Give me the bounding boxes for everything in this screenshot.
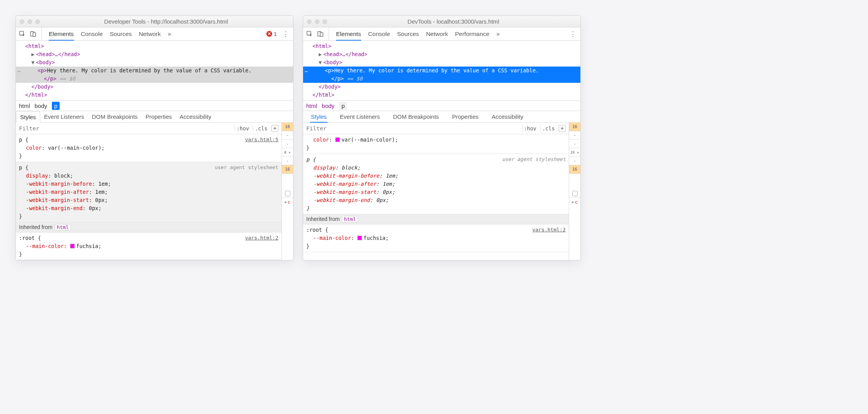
zoom-dot[interactable] [322, 19, 327, 24]
dom-html-open[interactable]: <html> [25, 43, 44, 49]
inspect-icon[interactable] [18, 30, 27, 38]
new-rule-button[interactable]: + [271, 125, 278, 132]
new-rule-button[interactable]: + [559, 125, 566, 132]
expand-icon[interactable]: ▶c [569, 198, 580, 206]
style-rule-root[interactable]: vars.html:2 :root { --main-color: fuchsi… [16, 233, 281, 260]
dom-head[interactable]: <head>…</head> [36, 51, 80, 57]
crumb-p[interactable]: p [339, 102, 347, 110]
color-swatch[interactable] [70, 244, 75, 248]
inherited-tag[interactable]: html [55, 224, 70, 231]
color-swatch[interactable] [335, 137, 340, 142]
tab-performance[interactable]: Performance [455, 27, 489, 40]
subtab-properties[interactable]: Properties [142, 111, 176, 122]
collapse-icon[interactable]: ▼ [319, 58, 323, 67]
dom-selected-row[interactable]: …<p>Hey there. My color is determined by… [303, 67, 580, 83]
expand-icon[interactable]: ▶ [319, 50, 323, 58]
crumb-body[interactable]: body [34, 103, 47, 109]
crumb-html[interactable]: html [19, 103, 30, 109]
style-rule-1[interactable]: vars.html:5 p { color: var(--main-color)… [16, 134, 281, 162]
close-dot[interactable] [20, 19, 24, 24]
tab-elements[interactable]: Elements [336, 27, 361, 40]
close-dot[interactable] [307, 19, 312, 24]
dom-tree[interactable]: <html> ▶<head>…</head> ▼<body> …<p>Hey t… [16, 41, 293, 100]
metric-cell: - [569, 157, 580, 165]
color-swatch[interactable] [357, 236, 362, 240]
inherited-tag[interactable]: html [342, 216, 358, 222]
more-tabs-icon[interactable]: » [168, 31, 171, 38]
subtab-listeners[interactable]: Event Listeners [40, 111, 88, 122]
styles-filter-input[interactable] [19, 125, 232, 132]
dom-head[interactable]: <head>…</head> [323, 51, 367, 57]
metric-cell: - [282, 140, 293, 148]
dom-selected-row[interactable]: …<p>Hey there. My color is determined by… [16, 67, 293, 83]
subtab-listeners[interactable]: Event Listeners [336, 111, 384, 122]
metric-checkbox[interactable] [569, 189, 580, 198]
metrics-sidebar: 16 - - 24 × - 16 ▶c [569, 123, 580, 260]
crumb-p[interactable]: p [52, 102, 60, 110]
main-toolbar: Elements Console Sources Network » ✕ 1 ⋮ [16, 27, 293, 41]
subtab-styles[interactable]: Styles [307, 111, 331, 122]
menu-icon[interactable]: ⋮ [568, 30, 578, 38]
subtab-a11y[interactable]: Accessibility [488, 111, 527, 122]
styles-filter-input[interactable] [306, 125, 520, 132]
dom-body-close[interactable]: </body> [31, 84, 53, 90]
main-toolbar: Elements Console Sources Network Perform… [303, 27, 580, 41]
crumb-body[interactable]: body [322, 103, 335, 109]
dom-body-open[interactable]: <body> [323, 59, 342, 65]
dom-body-open[interactable]: <body> [36, 59, 55, 65]
tab-sources[interactable]: Sources [110, 27, 132, 40]
inherited-header: Inherited from html [303, 214, 569, 224]
subtab-styles[interactable]: Styles [16, 111, 40, 123]
rule-source-link[interactable]: vars.html:2 [245, 234, 278, 242]
rule-source-link[interactable]: vars.html:5 [245, 136, 278, 144]
dom-html-close[interactable]: </html> [25, 92, 47, 98]
subtab-dombp[interactable]: DOM Breakpoints [389, 111, 443, 122]
dom-html-open[interactable]: <html> [312, 43, 331, 49]
expand-icon[interactable]: ▶ [31, 50, 36, 58]
error-indicator[interactable]: ✕ 1 [266, 31, 277, 37]
style-rule-ua[interactable]: user agent stylesheet p { display: block… [303, 154, 569, 214]
collapse-icon[interactable]: ▼ [31, 58, 36, 67]
metric-checkbox[interactable] [282, 189, 293, 198]
crumb-html[interactable]: html [306, 103, 317, 109]
tab-network[interactable]: Network [426, 27, 448, 40]
tab-console[interactable]: Console [81, 27, 103, 40]
tab-console[interactable]: Console [368, 27, 390, 40]
metric-cell: 24 × [569, 148, 580, 157]
titlebar: DevTools - localhost:3000/vars.html [303, 16, 580, 27]
dom-html-close[interactable]: </html> [312, 92, 335, 98]
rule-source-link[interactable]: vars.html:2 [532, 226, 566, 234]
style-rule-root[interactable]: vars.html:2 :root { --main-color: fuchsi… [303, 224, 569, 252]
subtab-dombp[interactable]: DOM Breakpoints [88, 111, 141, 122]
style-rule-1[interactable]: color: var(--main-color); } [303, 134, 569, 154]
inspect-icon[interactable] [305, 30, 314, 38]
svg-rect-2 [33, 33, 36, 36]
hov-button[interactable]: :hov [522, 125, 538, 132]
tab-elements[interactable]: Elements [49, 27, 74, 40]
subtab-properties[interactable]: Properties [448, 111, 482, 122]
zoom-dot[interactable] [35, 19, 40, 24]
menu-icon[interactable]: ⋮ [281, 30, 291, 38]
breadcrumb: html body p [303, 100, 580, 111]
sidebar-tabs: Styles Event Listeners DOM Breakpoints P… [16, 111, 293, 123]
panel-tabs: Elements Console Sources Network Perform… [333, 27, 500, 40]
minimize-dot[interactable] [27, 19, 32, 24]
cls-button[interactable]: .cls [253, 125, 269, 132]
metric-cell: 16 [282, 123, 293, 131]
subtab-a11y[interactable]: Accessibility [176, 111, 215, 122]
device-toggle-icon[interactable] [29, 30, 38, 38]
expand-icon[interactable]: ▶c [282, 198, 293, 206]
dom-tree[interactable]: <html> ▶<head>…</head> ▼<body> …<p>Hey t… [303, 41, 580, 100]
device-toggle-icon[interactable] [316, 30, 325, 38]
cls-button[interactable]: .cls [540, 125, 556, 132]
tab-network[interactable]: Network [139, 27, 161, 40]
style-rule-ua[interactable]: user agent stylesheet p { display: block… [16, 162, 281, 222]
tab-sources[interactable]: Sources [397, 27, 419, 40]
dom-body-close[interactable]: </body> [319, 84, 341, 90]
minimize-dot[interactable] [315, 19, 319, 24]
styles-filter-bar: :hov .cls + [303, 123, 569, 134]
hov-button[interactable]: :hov [235, 125, 251, 132]
traffic-lights [20, 19, 40, 24]
metric-cell: - [569, 140, 580, 148]
more-tabs-icon[interactable]: » [496, 31, 500, 38]
